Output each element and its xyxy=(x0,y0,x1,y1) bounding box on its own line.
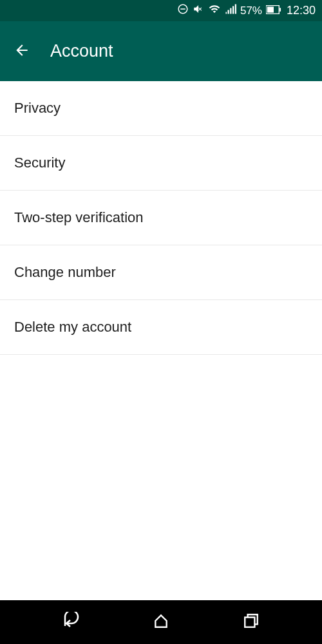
navigation-bar xyxy=(0,600,322,644)
back-arrow-icon xyxy=(14,42,30,61)
battery-icon xyxy=(266,5,281,17)
nav-back-icon xyxy=(61,612,80,632)
list-item-label: Change number xyxy=(14,264,116,281)
list-item-privacy[interactable]: Privacy xyxy=(0,81,322,136)
nav-home-button[interactable] xyxy=(149,611,173,634)
signal-icon xyxy=(225,3,236,18)
list-item-change-number[interactable]: Change number xyxy=(0,245,322,300)
svg-rect-3 xyxy=(245,618,254,627)
list-item-label: Privacy xyxy=(14,100,61,117)
nav-recent-icon xyxy=(243,612,260,632)
dnd-icon xyxy=(177,3,189,18)
list-item-security[interactable]: Security xyxy=(0,136,322,191)
list-item-label: Security xyxy=(14,155,65,171)
list-item-label: Delete my account xyxy=(14,319,131,336)
list-item-delete-my-account[interactable]: Delete my account xyxy=(0,300,322,355)
volume-mute-icon xyxy=(193,3,204,18)
svg-rect-1 xyxy=(267,6,274,12)
nav-home-icon xyxy=(153,612,169,632)
clock-time: 12:30 xyxy=(287,4,316,17)
battery-percent: 57% xyxy=(240,5,262,17)
svg-rect-2 xyxy=(279,8,281,12)
list-item-two-step-verification[interactable]: Two-step verification xyxy=(0,191,322,245)
status-bar: 57% 12:30 xyxy=(0,0,322,21)
settings-list: Privacy Security Two-step verification C… xyxy=(0,81,322,600)
page-title: Account xyxy=(50,41,113,61)
list-item-label: Two-step verification xyxy=(14,209,144,226)
app-bar: Account xyxy=(0,21,322,81)
wifi-icon xyxy=(208,3,221,18)
back-button[interactable] xyxy=(13,43,31,61)
nav-recent-button[interactable] xyxy=(240,611,263,634)
nav-back-button[interactable] xyxy=(59,611,82,634)
